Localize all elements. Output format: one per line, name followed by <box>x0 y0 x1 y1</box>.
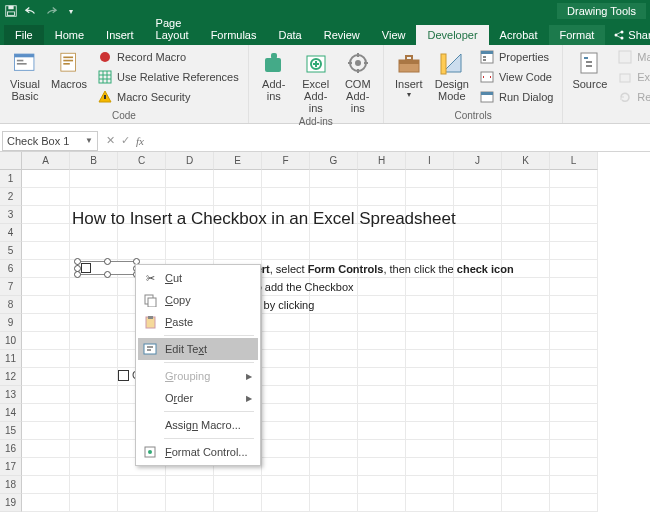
run-dialog-button[interactable]: Run Dialog <box>475 87 557 107</box>
resize-handle[interactable] <box>74 271 81 278</box>
cell[interactable] <box>358 440 406 458</box>
row-header[interactable]: 13 <box>0 386 22 404</box>
column-header[interactable]: I <box>406 152 454 170</box>
cell[interactable] <box>502 242 550 260</box>
cell[interactable] <box>454 386 502 404</box>
row-header[interactable]: 3 <box>0 206 22 224</box>
cell[interactable] <box>310 296 358 314</box>
cell[interactable] <box>358 296 406 314</box>
cancel-icon[interactable]: ✕ <box>106 134 115 147</box>
record-macro-button[interactable]: Record Macro <box>93 47 243 67</box>
cell[interactable] <box>310 476 358 494</box>
cell[interactable] <box>118 494 166 512</box>
cell[interactable] <box>550 188 598 206</box>
source-button[interactable]: Source <box>568 47 611 110</box>
cell[interactable] <box>22 242 70 260</box>
cell[interactable] <box>22 368 70 386</box>
cell[interactable] <box>502 314 550 332</box>
column-header[interactable]: C <box>118 152 166 170</box>
cell[interactable] <box>214 188 262 206</box>
row-header[interactable]: 10 <box>0 332 22 350</box>
cell[interactable] <box>454 206 502 224</box>
cell[interactable] <box>406 296 454 314</box>
row-header[interactable]: 12 <box>0 368 22 386</box>
column-header[interactable]: D <box>166 152 214 170</box>
macro-security-button[interactable]: Macro Security <box>93 87 243 107</box>
design-mode-button[interactable]: Design Mode <box>431 47 473 110</box>
cell[interactable] <box>550 314 598 332</box>
cell[interactable] <box>70 386 118 404</box>
cell[interactable] <box>22 422 70 440</box>
cell[interactable] <box>502 332 550 350</box>
excel-addins-button[interactable]: Excel Add-ins <box>296 47 336 116</box>
properties-button[interactable]: Properties <box>475 47 557 67</box>
row-header[interactable]: 15 <box>0 422 22 440</box>
cell[interactable] <box>550 404 598 422</box>
cell[interactable] <box>22 476 70 494</box>
tab-page-layout[interactable]: Page Layout <box>145 13 200 45</box>
cell[interactable] <box>454 368 502 386</box>
cell[interactable] <box>310 440 358 458</box>
row-header[interactable]: 19 <box>0 494 22 512</box>
cell[interactable] <box>550 242 598 260</box>
cell[interactable] <box>310 386 358 404</box>
cell[interactable] <box>166 188 214 206</box>
cell[interactable] <box>454 476 502 494</box>
resize-handle[interactable] <box>104 271 111 278</box>
cell[interactable] <box>166 242 214 260</box>
tab-data[interactable]: Data <box>267 25 312 45</box>
cell[interactable] <box>262 350 310 368</box>
cell[interactable] <box>550 422 598 440</box>
tab-acrobat[interactable]: Acrobat <box>489 25 549 45</box>
cell[interactable] <box>70 404 118 422</box>
tab-format[interactable]: Format <box>549 25 606 45</box>
cell[interactable] <box>262 314 310 332</box>
column-header[interactable]: F <box>262 152 310 170</box>
relative-references-button[interactable]: Use Relative References <box>93 67 243 87</box>
cell[interactable] <box>118 188 166 206</box>
cell[interactable] <box>406 188 454 206</box>
cell[interactable] <box>310 188 358 206</box>
cell[interactable] <box>22 260 70 278</box>
cell[interactable] <box>358 188 406 206</box>
cell[interactable] <box>550 368 598 386</box>
cell[interactable] <box>118 242 166 260</box>
cell[interactable] <box>454 494 502 512</box>
qat-dropdown-icon[interactable]: ▾ <box>64 4 78 18</box>
cell[interactable] <box>502 224 550 242</box>
row-header[interactable]: 5 <box>0 242 22 260</box>
undo-icon[interactable] <box>24 4 38 18</box>
row-header[interactable]: 9 <box>0 314 22 332</box>
menu-order[interactable]: Order▶ <box>138 387 258 409</box>
cell[interactable] <box>70 188 118 206</box>
tab-home[interactable]: Home <box>44 25 95 45</box>
cell[interactable] <box>454 170 502 188</box>
cell[interactable] <box>358 422 406 440</box>
cell[interactable] <box>550 170 598 188</box>
cell[interactable] <box>166 494 214 512</box>
cell[interactable] <box>358 350 406 368</box>
cell[interactable] <box>502 404 550 422</box>
cell[interactable] <box>262 404 310 422</box>
cell[interactable] <box>454 350 502 368</box>
cell[interactable] <box>22 386 70 404</box>
cell[interactable] <box>550 494 598 512</box>
select-all-corner[interactable] <box>0 152 22 170</box>
cell[interactable] <box>358 242 406 260</box>
tab-view[interactable]: View <box>371 25 417 45</box>
cell[interactable] <box>22 458 70 476</box>
cell[interactable] <box>502 440 550 458</box>
cell[interactable] <box>358 332 406 350</box>
tab-formulas[interactable]: Formulas <box>200 25 268 45</box>
cell[interactable] <box>406 278 454 296</box>
cell[interactable] <box>214 170 262 188</box>
cell[interactable] <box>550 386 598 404</box>
cell[interactable] <box>502 368 550 386</box>
cell[interactable] <box>262 242 310 260</box>
cell[interactable] <box>262 368 310 386</box>
row-header[interactable]: 4 <box>0 224 22 242</box>
cell[interactable] <box>454 224 502 242</box>
cell[interactable] <box>550 278 598 296</box>
menu-cut[interactable]: ✂CuCutt <box>138 267 258 289</box>
cell[interactable] <box>70 278 118 296</box>
